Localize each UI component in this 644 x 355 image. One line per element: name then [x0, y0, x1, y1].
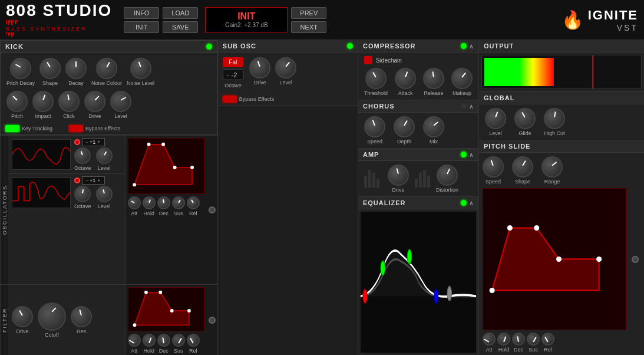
ps-rel-knob[interactable]	[541, 333, 554, 346]
key-tracking-led[interactable]	[5, 125, 19, 132]
eq-chevron[interactable]: ∧	[469, 200, 474, 206]
filter-res-knob[interactable]	[71, 306, 92, 327]
compressor-led[interactable]	[461, 43, 467, 49]
glide-knob[interactable]	[514, 108, 536, 129]
chorus-led-off[interactable]	[461, 103, 467, 109]
noise-level-knob-container: Noise Level	[127, 58, 154, 86]
compressor-chevron[interactable]: ∧	[469, 43, 474, 50]
next-button[interactable]: NEXT	[291, 21, 326, 33]
osc2-minus[interactable]: -	[86, 178, 88, 183]
pitch-shape-knob[interactable]	[512, 156, 533, 178]
sub-osc-led[interactable]	[347, 43, 353, 49]
sidechain-label: Sidechain	[376, 57, 402, 64]
attack-knob[interactable]	[395, 68, 416, 89]
amp-led[interactable]	[461, 152, 467, 157]
osc-sus-knob[interactable]	[172, 196, 185, 209]
makeup-label: Makeup	[453, 90, 471, 96]
click-knob[interactable]	[58, 91, 80, 112]
mix-knob[interactable]	[423, 116, 444, 137]
osc2-plus[interactable]: +	[97, 178, 100, 183]
speed-label: Speed	[367, 139, 382, 144]
svg-point-14	[434, 289, 438, 303]
high-cut-knob[interactable]	[544, 108, 565, 129]
right-column: COMPRESSOR ∧ Sidechain	[358, 40, 644, 355]
pitch-speed-knob[interactable]	[483, 156, 504, 178]
osc-att-knob[interactable]	[128, 196, 141, 209]
svg-point-22	[596, 257, 602, 262]
decay-knob[interactable]	[65, 58, 87, 79]
amp-chevron[interactable]: ∧	[469, 152, 474, 158]
osc1-level-knob[interactable]	[96, 147, 113, 164]
osc-rel-knob[interactable]	[187, 196, 200, 209]
shape-knob[interactable]	[39, 58, 61, 79]
osc2-level-knob[interactable]	[96, 186, 113, 202]
pitch-slide-scroll-dot[interactable]	[632, 256, 639, 263]
speed-knob[interactable]	[364, 116, 385, 137]
ps-att-knob[interactable]	[483, 333, 496, 346]
filt-dec-knob[interactable]	[157, 334, 170, 347]
osc1-plus[interactable]: +	[97, 139, 100, 145]
right-left-panels: COMPRESSOR ∧ Sidechain	[358, 40, 479, 355]
left-column: KICK Pitch Decay Shape Decay N	[0, 40, 217, 355]
filt-sus-knob[interactable]	[172, 334, 185, 347]
load-button[interactable]: LOAD	[163, 7, 198, 19]
init-button[interactable]: INIT	[124, 21, 159, 33]
prev-button[interactable]: PREV	[291, 7, 326, 19]
level-global-knob[interactable]	[485, 108, 506, 129]
filt-hold-knob[interactable]	[143, 334, 156, 347]
svg-point-9	[158, 291, 162, 294]
pitch-decay-knob[interactable]	[10, 58, 31, 79]
osc2-octave-knob[interactable]	[74, 186, 91, 202]
kick-led[interactable]	[206, 44, 212, 50]
depth-label: Depth	[397, 139, 411, 144]
svg-point-8	[144, 291, 148, 294]
filt-rel-knob[interactable]	[187, 334, 200, 347]
distortion-label: Distortion	[436, 187, 458, 193]
filter-drive-knob[interactable]	[12, 306, 33, 327]
sub-osc-bypass-led[interactable]	[223, 96, 237, 103]
osc-scroll-dot[interactable]	[209, 206, 216, 213]
ps-sus-knob[interactable]	[527, 333, 540, 346]
eq-led[interactable]	[461, 200, 467, 206]
osc1-octave-knob[interactable]	[74, 147, 91, 164]
makeup-knob[interactable]	[451, 68, 473, 89]
ps-dec-knob[interactable]	[512, 333, 525, 346]
svg-marker-0	[134, 144, 192, 185]
right-main: COMPRESSOR ∧ Sidechain	[358, 40, 644, 355]
sidechain-led[interactable]	[364, 56, 372, 64]
filt-att-knob[interactable]	[128, 334, 141, 347]
sub-osc-drive-knob[interactable]	[249, 57, 270, 78]
osc-dec-knob[interactable]	[157, 196, 170, 209]
info-button[interactable]: INFO	[124, 7, 159, 19]
release-knob[interactable]	[423, 68, 444, 89]
noise-level-knob[interactable]	[130, 58, 151, 79]
pitch-range-knob[interactable]	[541, 156, 563, 178]
noise-colour-knob[interactable]	[96, 58, 117, 79]
pitch-slide-env-display	[483, 188, 626, 330]
fat-button[interactable]: Fat	[223, 57, 243, 67]
amp-meter-bars2	[415, 170, 430, 188]
level-kick-knob[interactable]	[110, 91, 131, 112]
save-button[interactable]: SAVE	[163, 21, 198, 33]
filter-scroll-dot[interactable]	[209, 317, 216, 324]
shape-knob-container: Shape	[39, 58, 61, 86]
global-label: GLOBAL	[484, 94, 514, 101]
drive-kick-knob[interactable]	[84, 91, 105, 112]
chorus-chevron[interactable]: ∧	[469, 103, 474, 110]
amp-drive-knob[interactable]	[388, 165, 409, 186]
threshold-knob[interactable]	[365, 68, 387, 89]
distortion-knob[interactable]	[437, 165, 458, 186]
ps-hold-knob[interactable]	[497, 333, 510, 346]
mid-bottom	[218, 106, 358, 355]
octave-minus[interactable]: -	[227, 71, 229, 78]
osc2-radio[interactable]	[74, 178, 80, 183]
osc-hold-knob[interactable]	[143, 196, 156, 209]
sub-osc-level-knob[interactable]	[275, 57, 296, 78]
osc1-radio[interactable]	[74, 139, 80, 145]
depth-knob[interactable]	[394, 116, 415, 137]
osc1-minus[interactable]: -	[86, 139, 88, 145]
pitch-knob[interactable]	[6, 91, 28, 112]
impact-knob[interactable]	[32, 91, 54, 112]
filter-cutoff-knob[interactable]	[38, 303, 66, 331]
bypass-effects-led[interactable]	[69, 125, 83, 132]
